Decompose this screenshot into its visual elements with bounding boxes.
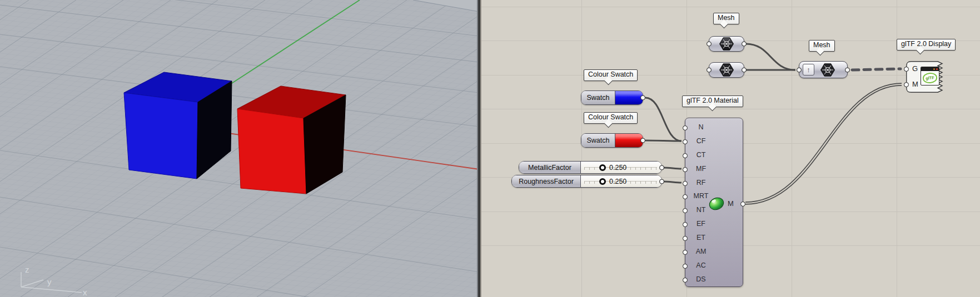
material-port-ac[interactable] bbox=[683, 264, 688, 269]
app-window: z y x bbox=[0, 0, 980, 297]
metallic-factor-slider[interactable]: MetallicFactor 0.250 bbox=[519, 161, 662, 174]
material-port-cf[interactable] bbox=[683, 139, 688, 144]
swatch-color-red[interactable] bbox=[615, 134, 643, 147]
gltf-material-node[interactable]: N CF CT MF RF MRT NT EF ET AM AC DS bbox=[685, 118, 743, 287]
tag-colour-swatch-top: Colour Swatch bbox=[584, 69, 638, 81]
viewport-scene: z y x bbox=[0, 0, 479, 297]
display-port-g[interactable] bbox=[904, 67, 909, 72]
material-port-ef[interactable] bbox=[683, 222, 688, 227]
display-input-label-g: G bbox=[912, 64, 918, 73]
mesh-param-2-output-port[interactable] bbox=[742, 68, 747, 73]
material-input-label-ct: CT bbox=[689, 151, 713, 159]
metallic-slider-track[interactable]: 0.250 bbox=[581, 162, 661, 173]
colour-swatch-node-blue[interactable]: Swatch bbox=[581, 90, 643, 105]
tag-gltf-material: glTF 2.0 Material bbox=[682, 95, 743, 107]
material-port-mrt[interactable] bbox=[683, 194, 688, 199]
material-port-ds[interactable] bbox=[683, 278, 688, 283]
slider-label: RoughnessFactor bbox=[512, 175, 581, 187]
material-input-label-am: AM bbox=[689, 248, 713, 255]
display-input-label-m: M bbox=[912, 80, 918, 88]
metallic-slider-output-port[interactable] bbox=[659, 165, 664, 170]
tag-colour-swatch-bottom: Colour Swatch bbox=[584, 112, 638, 124]
red-cube[interactable] bbox=[237, 86, 346, 194]
gltf-logo: glTF bbox=[922, 72, 938, 84]
material-input-label-et: ET bbox=[689, 234, 713, 241]
material-input-label-n: N bbox=[689, 123, 713, 131]
mesh-param-1-output-port[interactable] bbox=[742, 42, 747, 47]
material-input-label-mf: MF bbox=[689, 165, 713, 173]
viewport-canvas-divider[interactable] bbox=[477, 0, 481, 297]
blue-cube-front-face[interactable] bbox=[124, 93, 198, 179]
material-port-am[interactable] bbox=[683, 250, 688, 255]
blue-cube[interactable] bbox=[124, 72, 232, 179]
material-port-ct[interactable] bbox=[683, 153, 688, 158]
material-port-mf[interactable] bbox=[683, 167, 688, 172]
mesh-param-2-input-port[interactable] bbox=[707, 68, 712, 73]
roughness-slider-track[interactable]: 0.250 bbox=[581, 175, 661, 187]
mesh-icon bbox=[719, 63, 734, 77]
swatch-red-output-port[interactable] bbox=[640, 138, 645, 143]
material-port-rf[interactable] bbox=[683, 181, 688, 186]
gizmo-y-label: y bbox=[47, 277, 52, 286]
material-input-label-ds: DS bbox=[689, 275, 713, 283]
material-gem-icon bbox=[708, 197, 725, 211]
mesh-combine-output-port[interactable] bbox=[845, 67, 850, 72]
mesh-icon bbox=[719, 37, 734, 51]
swatch-blue-output-port[interactable] bbox=[640, 95, 645, 100]
roughness-slider-knob[interactable] bbox=[599, 178, 606, 185]
tag-mesh-combine: Mesh bbox=[809, 40, 835, 52]
roughness-factor-slider[interactable]: RoughnessFactor 0.250 bbox=[511, 175, 662, 188]
display-port-m[interactable] bbox=[904, 82, 909, 87]
material-port-n[interactable] bbox=[683, 125, 688, 130]
gltf-display-node[interactable]: G M glTF bbox=[906, 61, 946, 93]
material-output-port-m[interactable] bbox=[740, 202, 745, 207]
material-port-nt[interactable] bbox=[683, 208, 688, 213]
swatch-color-blue[interactable] bbox=[615, 91, 643, 104]
mesh-param-1-input-port[interactable] bbox=[707, 42, 712, 47]
red-cube-front-face[interactable] bbox=[237, 109, 306, 194]
upgrade-arrow-icon: ↑ bbox=[803, 64, 814, 75]
tag-gltf-display: glTF 2.0 Display bbox=[897, 39, 956, 51]
mesh-param-node-2[interactable] bbox=[709, 62, 744, 78]
rhino-viewport[interactable]: z y x bbox=[0, 0, 477, 297]
colour-swatch-node-red[interactable]: Swatch bbox=[581, 133, 643, 148]
mesh-icon bbox=[820, 63, 835, 77]
mesh-combine-input-port[interactable] bbox=[797, 67, 802, 72]
material-input-label-cf: CF bbox=[689, 137, 713, 145]
material-input-label-rf: RF bbox=[689, 179, 713, 187]
mesh-param-node-1[interactable] bbox=[709, 36, 744, 52]
gltf-display-icon: glTF bbox=[921, 67, 939, 85]
icon-titlebar bbox=[921, 67, 939, 71]
slider-value: 0.250 bbox=[609, 164, 626, 172]
slider-label: MetallicFactor bbox=[519, 162, 581, 173]
slider-value: 0.250 bbox=[609, 178, 626, 185]
tag-mesh-param: Mesh bbox=[713, 13, 739, 24]
swatch-label: Swatch bbox=[581, 134, 615, 147]
roughness-slider-output-port[interactable] bbox=[659, 179, 664, 184]
mesh-combine-node[interactable]: ↑ bbox=[799, 61, 848, 78]
metallic-slider-knob[interactable] bbox=[599, 164, 606, 171]
material-input-label-ef: EF bbox=[689, 220, 713, 228]
swatch-label: Swatch bbox=[581, 91, 615, 104]
material-output-label-m: M bbox=[728, 199, 734, 208]
gizmo-x-label: x bbox=[83, 288, 87, 297]
material-input-label-ac: AC bbox=[689, 261, 713, 269]
material-port-et[interactable] bbox=[683, 236, 688, 241]
gizmo-z-label: z bbox=[25, 265, 29, 274]
